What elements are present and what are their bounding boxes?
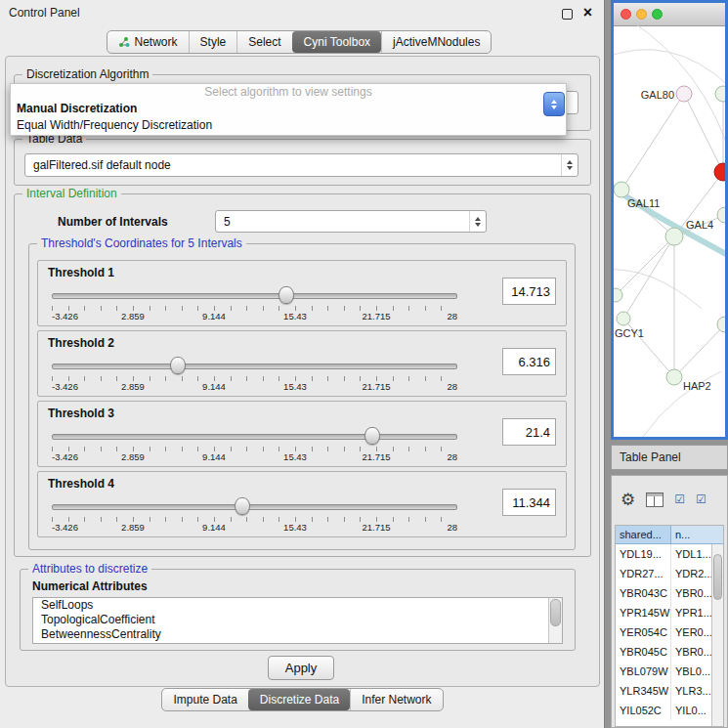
threshold-value-field[interactable]: 21.4	[502, 418, 556, 446]
tab-select[interactable]: Select	[236, 31, 291, 53]
network-node[interactable]	[717, 317, 725, 332]
close-icon[interactable]: ×	[583, 4, 592, 21]
combo-stepper-icon[interactable]	[561, 154, 578, 176]
attribute-item[interactable]: SelfLoops	[33, 598, 562, 613]
tab-infer-network[interactable]: Infer Network	[350, 689, 442, 710]
node-label: HAP2	[683, 380, 711, 392]
network-node[interactable]	[714, 163, 725, 181]
checkbox-icon[interactable]: ☑	[674, 492, 685, 506]
float-window-icon[interactable]	[562, 9, 573, 20]
table-data-combobox[interactable]: galFiltered.sif default node	[24, 153, 578, 177]
scrollbar-thumb[interactable]	[713, 554, 722, 600]
popup-option-equal-width-frequency[interactable]: Equal Width/Frequency Discretization	[11, 117, 566, 134]
scale-tick-label: 2.859	[121, 522, 145, 533]
slider-thumb[interactable]	[278, 286, 294, 304]
table-row[interactable]: YPR145WYPR1...	[616, 603, 723, 622]
scale-tick-label: 9.144	[202, 522, 226, 533]
tab-jactivemnodules[interactable]: jActiveMNodules	[381, 31, 491, 53]
network-node[interactable]	[717, 207, 725, 223]
gear-icon[interactable]: ⚙	[621, 490, 635, 510]
threshold-slider[interactable]: -3.4262.8599.14415.4321.71528	[52, 283, 457, 322]
threshold-value-field[interactable]: 6.316	[502, 348, 556, 375]
threshold-slider[interactable]: -3.4262.8599.14415.4321.71528	[52, 494, 457, 534]
close-traffic-light-icon[interactable]	[621, 9, 631, 20]
network-node[interactable]	[715, 86, 725, 102]
threshold-label: Threshold 4	[48, 477, 114, 491]
columns-icon[interactable]	[646, 492, 664, 507]
threshold-slider[interactable]: -3.4262.8599.14415.4321.71528	[52, 424, 457, 463]
slider-track[interactable]	[52, 293, 457, 299]
table-scrollbar[interactable]	[711, 544, 723, 726]
table-panel-titlebar[interactable]: Table Panel	[611, 445, 728, 470]
cell-shared-name: YLR345W	[616, 681, 671, 701]
scale-tick-label: 21.715	[362, 311, 390, 321]
threshold-value-field[interactable]: 14.713	[502, 278, 556, 305]
table-row[interactable]: YBR045CYBR0...	[616, 642, 723, 662]
node-gcy1[interactable]	[617, 312, 630, 325]
tab-style[interactable]: Style	[189, 31, 237, 53]
slider-scale: -3.4262.8599.14415.4321.71528	[52, 451, 457, 462]
scale-tick-label: 15.43	[283, 451, 307, 462]
numerical-attributes-list[interactable]: SelfLoopsTopologicalCoefficientBetweenne…	[32, 597, 563, 644]
network-window-titlebar[interactable]	[614, 3, 725, 26]
scale-tick-label: -3.426	[52, 522, 78, 533]
table-row[interactable]: YER054CYER0...	[616, 622, 723, 642]
group-title: Discretization Algorithm	[22, 67, 152, 81]
attribute-item[interactable]: TopologicalCoefficient	[33, 613, 562, 627]
table-panel: ⚙ ☑ ☑ shared... n... YDL19...YDL1...YDR2…	[611, 475, 728, 728]
tab-cyni-toolbox[interactable]: Cyni Toolbox	[292, 31, 381, 53]
network-node[interactable]	[614, 288, 622, 302]
checkbox-icon[interactable]: ☑	[696, 492, 707, 506]
node-hap2[interactable]	[666, 369, 682, 385]
bottom-tab-bar: Impute DataDiscretize DataInfer Network	[0, 688, 605, 711]
table-row[interactable]: YIL052CYIL0...	[616, 701, 723, 720]
number-of-intervals-combobox[interactable]: 5	[215, 210, 487, 233]
scale-tick-label: 21.715	[362, 451, 390, 462]
table-row[interactable]: YDR27...YDR2...	[616, 564, 723, 583]
apply-button[interactable]: Apply	[268, 656, 334, 680]
combo-stepper-icon[interactable]	[469, 211, 486, 232]
control-panel-titlebar[interactable]: Control Panel ×	[0, 0, 604, 25]
slider-track[interactable]	[52, 504, 457, 510]
slider-track[interactable]	[52, 364, 457, 369]
network-canvas[interactable]: GAL80GAL11GAL4GCY1HAP2	[614, 25, 725, 437]
slider-thumb[interactable]	[170, 357, 186, 374]
tab-discretize-data[interactable]: Discretize Data	[248, 689, 350, 710]
scale-tick-label: 2.859	[121, 381, 145, 392]
cell-shared-name: YDR27...	[616, 564, 671, 583]
slider-thumb[interactable]	[364, 427, 380, 445]
table-row[interactable]: YBL079WYBL0...	[616, 662, 723, 681]
threshold-value-field[interactable]: 11.344	[502, 489, 556, 516]
node-gal4[interactable]	[665, 228, 683, 245]
column-header-name[interactable]: n...	[671, 526, 723, 544]
scrollbar-thumb[interactable]	[550, 599, 561, 626]
node-label: GAL11	[627, 197, 660, 209]
table-row[interactable]: YLR345WYLR3...	[616, 681, 723, 701]
combo-stepper-icon[interactable]	[543, 92, 565, 116]
zoom-traffic-light-icon[interactable]	[652, 9, 663, 20]
tab-network[interactable]: Network	[107, 31, 189, 53]
node-gal11[interactable]	[614, 182, 629, 197]
group-title: Interval Definition	[22, 187, 121, 200]
table-row[interactable]: YDL19...YDL1...	[616, 544, 723, 564]
tab-impute-data[interactable]: Impute Data	[162, 689, 247, 710]
scale-tick-label: 28	[447, 381, 457, 392]
network-icon	[118, 36, 130, 48]
algorithm-dropdown-popup: Select algorithm to view settings Manual…	[10, 83, 567, 136]
slider-track[interactable]	[52, 434, 457, 440]
popup-option-manual-discretization[interactable]: Manual Discretization	[11, 101, 566, 117]
minimize-traffic-light-icon[interactable]	[636, 9, 647, 20]
node-gal80[interactable]	[676, 86, 692, 102]
cell-shared-name: YER054C	[616, 622, 671, 642]
scale-tick-label: -3.426	[52, 381, 78, 392]
threshold-panel: Threshold 4 -3.4262.8599.14415.4321.7152…	[37, 471, 567, 537]
slider-thumb[interactable]	[235, 497, 250, 515]
scale-tick-label: 28	[447, 451, 457, 462]
attribute-item[interactable]: BetweennessCentrality	[33, 627, 562, 642]
column-header-shared-name[interactable]: shared...	[616, 526, 671, 544]
scrollbar[interactable]	[548, 598, 562, 643]
threshold-slider[interactable]: -3.4262.8599.14415.4321.71528	[52, 354, 457, 393]
scale-tick-label: -3.426	[52, 451, 78, 462]
table-row[interactable]: YBR043CYBR0...	[616, 583, 723, 603]
scale-tick-label: 15.43	[283, 311, 307, 321]
